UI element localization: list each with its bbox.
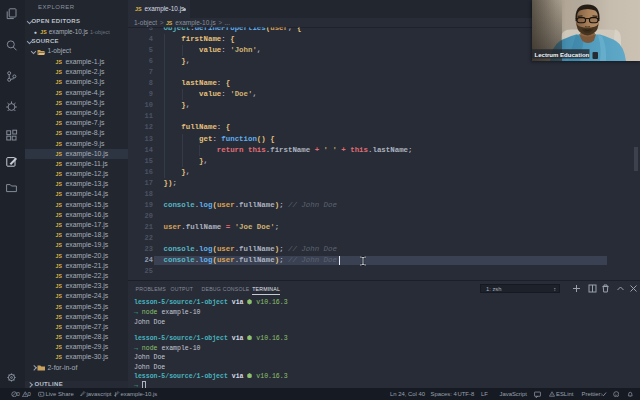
- svg-text:Lectrum Education: Lectrum Education: [535, 52, 590, 58]
